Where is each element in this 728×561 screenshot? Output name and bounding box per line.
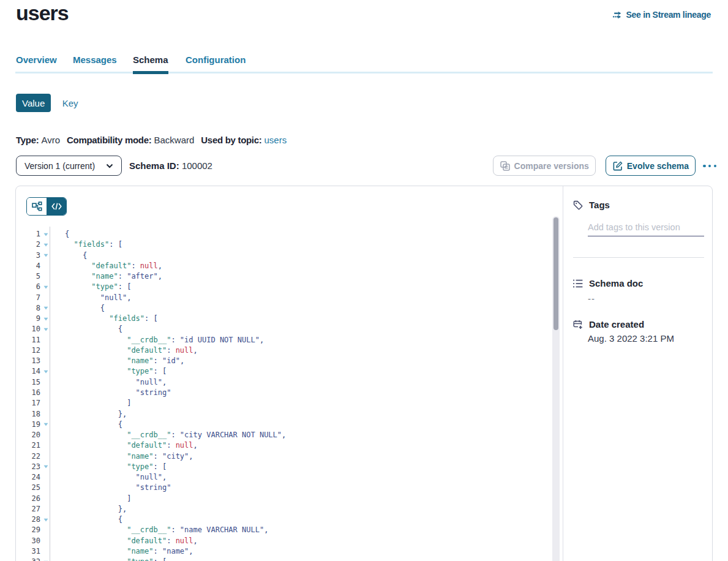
line-number: 4: [16, 261, 42, 271]
meta-topic-label: Used by topic:: [201, 135, 261, 145]
collapse-caret-icon[interactable]: [42, 317, 50, 321]
collapse-caret-icon[interactable]: [42, 233, 50, 236]
code-line-24: 24 "null",: [16, 472, 553, 483]
line-number: 28: [16, 514, 42, 525]
line-number: 3: [16, 250, 42, 261]
code-line-9: 9 "fields": [: [16, 314, 553, 324]
tree-view-button[interactable]: [27, 198, 47, 215]
line-number: 32: [16, 557, 42, 561]
schema-code-editor[interactable]: 1{2 "fields": [3 {4 "default": null,5 "n…: [16, 229, 553, 561]
code-line-1: 1{: [16, 229, 553, 239]
code-line-text: "type": [: [50, 557, 167, 561]
code-line-text: {: [50, 250, 87, 261]
line-number: 29: [16, 525, 42, 535]
edit-icon: [613, 161, 623, 171]
line-number: 19: [16, 420, 42, 430]
code-line-text: "name": "city",: [50, 451, 193, 462]
code-line-8: 8 {: [16, 303, 553, 314]
tab-overview[interactable]: Overview: [16, 55, 57, 73]
code-view-icon: [51, 203, 62, 210]
collapse-caret-icon[interactable]: [42, 423, 50, 426]
code-line-26: 26 ]: [16, 494, 553, 504]
version-select[interactable]: Version 1 (current): [16, 156, 122, 176]
code-view-button[interactable]: [47, 198, 66, 215]
compare-versions-button[interactable]: Compare versions: [493, 156, 596, 176]
ellipsis-dot: [714, 165, 716, 167]
code-line-21: 21 "default": null,: [16, 440, 553, 451]
collapse-caret-icon[interactable]: [42, 285, 50, 289]
tabs-underline-track: [15, 72, 713, 73]
tags-label: Tags: [589, 200, 610, 210]
code-line-25: 25 "string": [16, 483, 553, 493]
tab-bar: Overview Messages Schema Configuration: [15, 55, 713, 73]
code-scrollbar[interactable]: [552, 216, 560, 561]
code-line-text: "string": [50, 483, 171, 493]
line-number: 10: [16, 324, 42, 334]
line-number: 6: [16, 282, 42, 292]
meta-type-label: Type:: [16, 135, 39, 145]
key-segment-button[interactable]: Key: [62, 98, 78, 108]
line-number: 31: [16, 546, 42, 557]
code-line-10: 10 {: [16, 324, 553, 334]
schema-sidebar: Tags Schema doc --: [563, 186, 713, 561]
tags-input[interactable]: [588, 222, 704, 236]
code-line-text: ]: [50, 398, 131, 409]
code-line-text: ]: [50, 494, 131, 504]
code-line-text: "name": "after",: [50, 271, 162, 282]
collapse-caret-icon[interactable]: [42, 370, 50, 374]
collapse-caret-icon[interactable]: [42, 254, 50, 257]
line-number: 23: [16, 462, 42, 472]
code-line-text: "__crdb__": "id UUID NOT NULL",: [50, 335, 264, 345]
meta-type-value: Avro: [41, 135, 60, 145]
collapse-caret-icon[interactable]: [42, 328, 50, 331]
code-line-text: "fields": [: [50, 314, 158, 324]
code-line-text: "default": null,: [50, 261, 162, 271]
code-line-text: "default": null,: [50, 345, 198, 356]
schema-doc-section-header: Schema doc: [573, 278, 704, 288]
evolve-schema-button[interactable]: Evolve schema: [606, 156, 696, 176]
code-line-text: "fields": [: [50, 239, 122, 250]
line-number: 26: [16, 494, 42, 504]
code-line-text: "name": "name",: [50, 546, 193, 557]
ellipsis-dot: [703, 165, 705, 167]
code-line-15: 15 "null",: [16, 377, 553, 388]
code-line-6: 6 "type": [: [16, 282, 553, 292]
more-menu-button[interactable]: [703, 164, 716, 167]
line-number: 14: [16, 366, 42, 377]
value-segment-button[interactable]: Value: [16, 94, 51, 112]
tab-messages[interactable]: Messages: [73, 55, 117, 73]
meta-type: Type:Avro: [16, 135, 60, 145]
collapse-caret-icon[interactable]: [42, 518, 50, 522]
schema-doc-value: --: [588, 293, 704, 304]
tab-schema[interactable]: Schema: [133, 55, 168, 73]
code-line-7: 7 "null",: [16, 293, 553, 303]
line-number: 24: [16, 472, 42, 483]
meta-compatibility-value: Backward: [154, 135, 194, 145]
meta-compatibility-label: Compatibility mode:: [67, 135, 151, 145]
line-number: 12: [16, 345, 42, 356]
code-line-29: 29 "__crdb__": "name VARCHAR NULL",: [16, 525, 553, 535]
see-in-stream-lineage-link[interactable]: See in Stream lineage: [613, 10, 711, 20]
version-select-value: Version 1 (current): [24, 161, 106, 171]
collapse-caret-icon[interactable]: [42, 306, 50, 310]
code-scrollbar-thumb[interactable]: [554, 217, 558, 330]
line-number: 11: [16, 335, 42, 345]
schema-id: Schema ID: 100002: [129, 160, 212, 171]
code-line-31: 31 "name": "name",: [16, 546, 553, 557]
line-number: 9: [16, 314, 42, 324]
collapse-caret-icon[interactable]: [42, 243, 50, 247]
code-line-32: 32 "type": [: [16, 557, 553, 561]
code-line-text: "type": [: [50, 282, 131, 292]
line-number: 18: [16, 409, 42, 420]
collapse-caret-icon[interactable]: [42, 465, 50, 469]
page-title: users: [16, 1, 69, 25]
view-mode-toggle: [26, 197, 67, 216]
schema-id-value: 100002: [182, 160, 212, 171]
code-line-20: 20 "__crdb__": "city VARCHAR NOT NULL",: [16, 430, 553, 440]
code-line-text: "type": [: [50, 462, 167, 472]
subject-segment: Value Key: [16, 94, 78, 112]
used-by-topic-link[interactable]: users: [264, 135, 287, 145]
meta-compatibility: Compatibility mode:Backward: [67, 135, 194, 145]
tab-configuration[interactable]: Configuration: [186, 55, 246, 73]
lineage-link-label: See in Stream lineage: [626, 10, 711, 20]
